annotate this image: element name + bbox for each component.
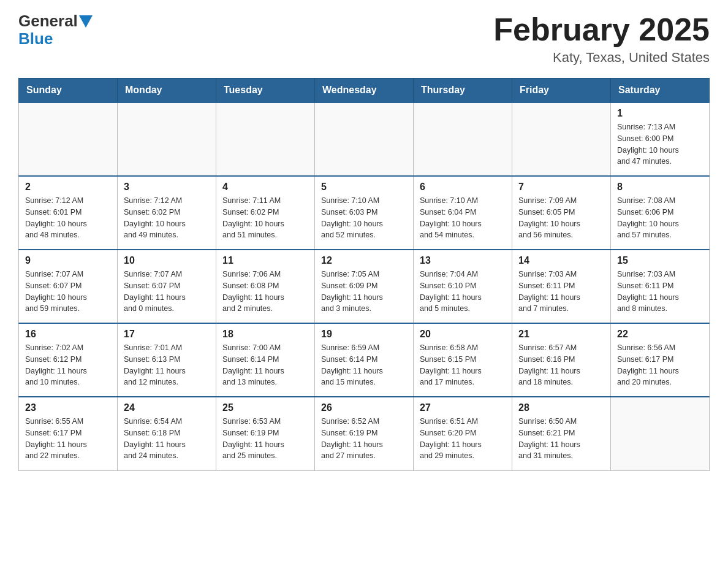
calendar-cell: 2Sunrise: 7:12 AMSunset: 6:01 PMDaylight… (19, 176, 118, 250)
day-number: 6 (420, 182, 506, 193)
day-number: 28 (518, 402, 604, 413)
day-info: Sunrise: 7:13 AMSunset: 6:00 PMDaylight:… (617, 121, 703, 167)
calendar-cell: 9Sunrise: 7:07 AMSunset: 6:07 PMDaylight… (19, 250, 118, 323)
day-number: 1 (617, 108, 703, 119)
page-title: February 2025 (493, 12, 710, 47)
day-info: Sunrise: 6:55 AMSunset: 6:17 PMDaylight:… (25, 416, 111, 462)
calendar-cell: 22Sunrise: 6:56 AMSunset: 6:17 PMDayligh… (611, 323, 710, 397)
day-number: 22 (617, 329, 703, 340)
calendar-cell: 27Sunrise: 6:51 AMSunset: 6:20 PMDayligh… (414, 397, 512, 470)
day-number: 8 (617, 182, 703, 193)
calendar-cell: 13Sunrise: 7:04 AMSunset: 6:10 PMDayligh… (414, 250, 512, 323)
calendar-cell (216, 102, 315, 176)
day-info: Sunrise: 6:51 AMSunset: 6:20 PMDaylight:… (420, 416, 506, 462)
calendar-cell: 28Sunrise: 6:50 AMSunset: 6:21 PMDayligh… (512, 397, 611, 470)
day-info: Sunrise: 7:12 AMSunset: 6:01 PMDaylight:… (25, 195, 111, 241)
svg-marker-0 (79, 15, 93, 28)
day-number: 13 (420, 255, 506, 266)
calendar-cell (315, 102, 414, 176)
title-block: February 2025 Katy, Texas, United States (493, 12, 710, 66)
day-info: Sunrise: 7:04 AMSunset: 6:10 PMDaylight:… (420, 269, 506, 315)
calendar-cell: 6Sunrise: 7:10 AMSunset: 6:04 PMDaylight… (414, 176, 512, 250)
calendar-table: SundayMondayTuesdayWednesdayThursdayFrid… (18, 78, 710, 471)
day-number: 26 (321, 402, 407, 413)
calendar-cell: 23Sunrise: 6:55 AMSunset: 6:17 PMDayligh… (19, 397, 118, 470)
page-header: General Blue February 2025 Katy, Texas, … (18, 12, 710, 66)
page-subtitle: Katy, Texas, United States (493, 50, 710, 66)
calendar-cell: 16Sunrise: 7:02 AMSunset: 6:12 PMDayligh… (19, 323, 118, 397)
calendar-cell: 14Sunrise: 7:03 AMSunset: 6:11 PMDayligh… (512, 250, 611, 323)
calendar-cell: 21Sunrise: 6:57 AMSunset: 6:16 PMDayligh… (512, 323, 611, 397)
logo-arrow-icon (79, 15, 93, 28)
calendar-cell: 24Sunrise: 6:54 AMSunset: 6:18 PMDayligh… (118, 397, 216, 470)
calendar-week-row: 2Sunrise: 7:12 AMSunset: 6:01 PMDaylight… (19, 176, 710, 250)
weekday-header-friday: Friday (512, 79, 611, 103)
day-info: Sunrise: 7:08 AMSunset: 6:06 PMDaylight:… (617, 195, 703, 241)
day-number: 14 (518, 255, 604, 266)
day-info: Sunrise: 6:57 AMSunset: 6:16 PMDaylight:… (518, 342, 604, 388)
calendar-cell: 25Sunrise: 6:53 AMSunset: 6:19 PMDayligh… (216, 397, 315, 470)
day-info: Sunrise: 7:11 AMSunset: 6:02 PMDaylight:… (222, 195, 308, 241)
day-number: 2 (25, 182, 111, 193)
weekday-header-wednesday: Wednesday (315, 79, 414, 103)
weekday-header-thursday: Thursday (414, 79, 512, 103)
weekday-header-monday: Monday (118, 79, 216, 103)
day-number: 27 (420, 402, 506, 413)
day-number: 11 (222, 255, 308, 266)
calendar-cell: 15Sunrise: 7:03 AMSunset: 6:11 PMDayligh… (611, 250, 710, 323)
day-number: 15 (617, 255, 703, 266)
day-info: Sunrise: 7:10 AMSunset: 6:04 PMDaylight:… (420, 195, 506, 241)
day-info: Sunrise: 7:02 AMSunset: 6:12 PMDaylight:… (25, 342, 111, 388)
calendar-cell: 26Sunrise: 6:52 AMSunset: 6:19 PMDayligh… (315, 397, 414, 470)
calendar-cell: 10Sunrise: 7:07 AMSunset: 6:07 PMDayligh… (118, 250, 216, 323)
calendar-cell: 3Sunrise: 7:12 AMSunset: 6:02 PMDaylight… (118, 176, 216, 250)
calendar-cell: 19Sunrise: 6:59 AMSunset: 6:14 PMDayligh… (315, 323, 414, 397)
day-info: Sunrise: 7:03 AMSunset: 6:11 PMDaylight:… (617, 269, 703, 315)
weekday-header-row: SundayMondayTuesdayWednesdayThursdayFrid… (19, 79, 710, 103)
day-number: 5 (321, 182, 407, 193)
calendar-cell (19, 102, 118, 176)
calendar-week-row: 1Sunrise: 7:13 AMSunset: 6:00 PMDaylight… (19, 102, 710, 176)
day-number: 25 (222, 402, 308, 413)
day-info: Sunrise: 6:50 AMSunset: 6:21 PMDaylight:… (518, 416, 604, 462)
calendar-cell (512, 102, 611, 176)
logo: General Blue (18, 12, 93, 47)
day-info: Sunrise: 6:58 AMSunset: 6:15 PMDaylight:… (420, 342, 506, 388)
calendar-cell (414, 102, 512, 176)
logo-general-text: General (18, 12, 78, 30)
calendar-cell: 12Sunrise: 7:05 AMSunset: 6:09 PMDayligh… (315, 250, 414, 323)
day-info: Sunrise: 7:03 AMSunset: 6:11 PMDaylight:… (518, 269, 604, 315)
day-number: 12 (321, 255, 407, 266)
calendar-cell: 11Sunrise: 7:06 AMSunset: 6:08 PMDayligh… (216, 250, 315, 323)
day-number: 10 (124, 255, 210, 266)
day-number: 7 (518, 182, 604, 193)
calendar-week-row: 9Sunrise: 7:07 AMSunset: 6:07 PMDaylight… (19, 250, 710, 323)
day-number: 3 (124, 182, 210, 193)
weekday-header-saturday: Saturday (611, 79, 710, 103)
day-number: 4 (222, 182, 308, 193)
calendar-cell: 20Sunrise: 6:58 AMSunset: 6:15 PMDayligh… (414, 323, 512, 397)
calendar-week-row: 23Sunrise: 6:55 AMSunset: 6:17 PMDayligh… (19, 397, 710, 470)
day-number: 17 (124, 329, 210, 340)
day-number: 24 (124, 402, 210, 413)
day-number: 9 (25, 255, 111, 266)
calendar-cell: 5Sunrise: 7:10 AMSunset: 6:03 PMDaylight… (315, 176, 414, 250)
day-info: Sunrise: 7:06 AMSunset: 6:08 PMDaylight:… (222, 269, 308, 315)
day-info: Sunrise: 7:07 AMSunset: 6:07 PMDaylight:… (124, 269, 210, 315)
logo-general: General (18, 12, 93, 30)
day-info: Sunrise: 6:53 AMSunset: 6:19 PMDaylight:… (222, 416, 308, 462)
calendar-cell (118, 102, 216, 176)
calendar-header: SundayMondayTuesdayWednesdayThursdayFrid… (19, 79, 710, 103)
day-number: 23 (25, 402, 111, 413)
calendar-cell: 4Sunrise: 7:11 AMSunset: 6:02 PMDaylight… (216, 176, 315, 250)
day-info: Sunrise: 7:00 AMSunset: 6:14 PMDaylight:… (222, 342, 308, 388)
day-number: 16 (25, 329, 111, 340)
day-info: Sunrise: 7:12 AMSunset: 6:02 PMDaylight:… (124, 195, 210, 241)
calendar-cell (611, 397, 710, 470)
calendar-cell: 8Sunrise: 7:08 AMSunset: 6:06 PMDaylight… (611, 176, 710, 250)
day-info: Sunrise: 6:52 AMSunset: 6:19 PMDaylight:… (321, 416, 407, 462)
day-number: 20 (420, 329, 506, 340)
calendar-cell: 1Sunrise: 7:13 AMSunset: 6:00 PMDaylight… (611, 102, 710, 176)
calendar-cell: 18Sunrise: 7:00 AMSunset: 6:14 PMDayligh… (216, 323, 315, 397)
calendar-week-row: 16Sunrise: 7:02 AMSunset: 6:12 PMDayligh… (19, 323, 710, 397)
